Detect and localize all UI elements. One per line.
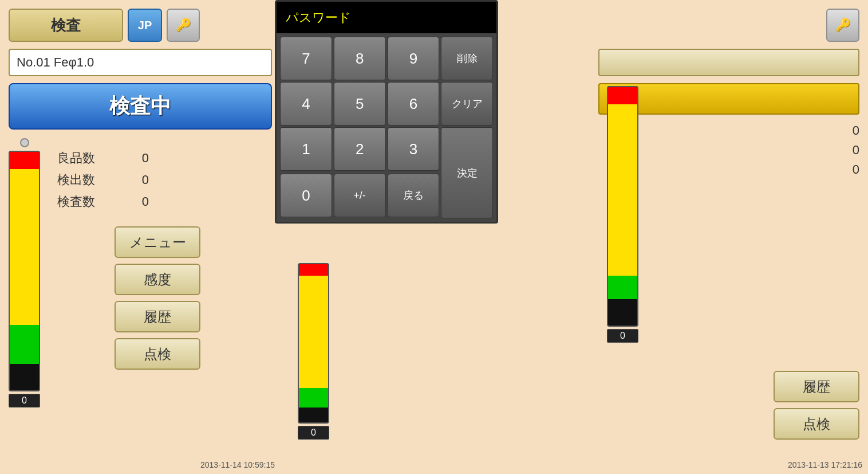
stat-label-1: 検出数 <box>57 171 115 189</box>
menu-button[interactable]: メニュー <box>115 226 200 258</box>
right-info-bar <box>598 49 859 76</box>
top-row: 検査 JP 🔑 <box>9 9 272 42</box>
right-panel: 🔑 0 0 0 0 履歴 点検 2013-11-13 17:21:16 <box>590 0 868 474</box>
numpad-1[interactable]: 1 <box>280 127 332 171</box>
check-button-right[interactable]: 点検 <box>774 408 859 440</box>
timestamp-right: 2013-11-13 17:21:16 <box>788 460 862 469</box>
meter-yellow-middle <box>299 276 328 408</box>
numpad-3[interactable]: 3 <box>388 127 440 171</box>
numpad-4[interactable]: 4 <box>280 82 332 126</box>
meter-bar-left <box>9 151 40 391</box>
numpad-2[interactable]: 2 <box>334 127 386 171</box>
numpad-9[interactable]: 9 <box>388 37 440 80</box>
meter-section-left: 0 良品数 0 検出数 0 検査数 0 メニュー 感度 履歴 <box>9 138 200 408</box>
stat-value-0: 0 <box>126 151 149 166</box>
check-button-left[interactable]: 点検 <box>115 338 200 370</box>
right-buttons: 履歴 点検 <box>774 371 859 440</box>
numpad: 7 8 9 削除 4 5 6 クリア 1 2 3 決定 0 +/- 戻る <box>277 33 496 222</box>
meter-red-right <box>608 87 637 104</box>
right-stat-value-1: 0 <box>837 143 859 158</box>
info-bar-left: No.01 Feφ1.0 <box>9 49 272 76</box>
meter-value-right: 0 <box>607 329 638 343</box>
meter-indicator <box>20 138 29 147</box>
stat-value-1: 0 <box>126 173 149 187</box>
stat-value-2: 0 <box>126 194 149 209</box>
numpad-5[interactable]: 5 <box>334 82 386 126</box>
meter-bar-middle <box>298 263 329 424</box>
meter-value-middle: 0 <box>298 426 329 440</box>
middle-panel: パスワード 7 8 9 削除 4 5 6 クリア 1 2 3 決定 0 +/- … <box>281 0 590 474</box>
history-button-right[interactable]: 履歴 <box>774 371 859 402</box>
timestamp-left: 2013-11-14 10:59:15 <box>200 460 275 469</box>
jp-button[interactable]: JP <box>128 9 162 42</box>
stat-row-0: 良品数 0 <box>57 150 200 167</box>
meter-middle: 0 <box>298 263 329 440</box>
left-buttons: メニュー 感度 履歴 点検 <box>115 226 200 370</box>
key-button-right[interactable]: 🔑 <box>826 9 859 42</box>
stat-label-0: 良品数 <box>57 150 115 167</box>
numpad-clear[interactable]: クリア <box>441 82 493 126</box>
meter-value-left: 0 <box>9 394 40 408</box>
meter-yellow-right <box>608 104 637 299</box>
stat-label-2: 検査数 <box>57 193 115 210</box>
meter-red-middle <box>299 264 328 276</box>
numpad-enter[interactable]: 決定 <box>441 127 493 218</box>
right-top-row: 🔑 <box>598 9 859 42</box>
key-button-left[interactable]: 🔑 <box>167 9 200 42</box>
left-panel: 検査 JP 🔑 No.01 Feφ1.0 検査中 0 良品数 0 検出数 <box>0 0 281 474</box>
meter-yellow-zone <box>10 169 39 364</box>
numpad-0[interactable]: 0 <box>280 174 332 217</box>
right-stat-value-0: 0 <box>837 123 859 138</box>
history-button-left[interactable]: 履歴 <box>115 301 200 332</box>
password-dialog: パスワード 7 8 9 削除 4 5 6 クリア 1 2 3 決定 0 +/- … <box>275 0 498 224</box>
stats-section: 良品数 0 検出数 0 検査数 0 メニュー 感度 履歴 点検 <box>57 138 200 370</box>
numpad-8[interactable]: 8 <box>334 37 386 80</box>
meter-right: 0 <box>607 86 638 343</box>
numpad-delete[interactable]: 削除 <box>441 37 493 80</box>
numpad-plusminus[interactable]: +/- <box>334 174 386 217</box>
sensitivity-button[interactable]: 感度 <box>115 264 200 295</box>
stat-row-1: 検出数 0 <box>57 171 200 189</box>
right-stat-value-2: 0 <box>837 162 859 177</box>
numpad-7[interactable]: 7 <box>280 37 332 80</box>
numpad-6[interactable]: 6 <box>388 82 440 126</box>
meter-bar-right <box>607 86 638 327</box>
numpad-back[interactable]: 戻る <box>388 174 440 217</box>
inspect-button[interactable]: 検査 <box>9 9 123 42</box>
stat-row-2: 検査数 0 <box>57 193 200 210</box>
meter-red-zone <box>10 152 39 169</box>
meter-wrap-left: 0 <box>9 138 40 408</box>
status-banner: 検査中 <box>9 83 272 130</box>
password-display: パスワード <box>277 2 496 33</box>
bottom-area: 0 良品数 0 検出数 0 検査数 0 メニュー 感度 履歴 <box>9 138 272 416</box>
